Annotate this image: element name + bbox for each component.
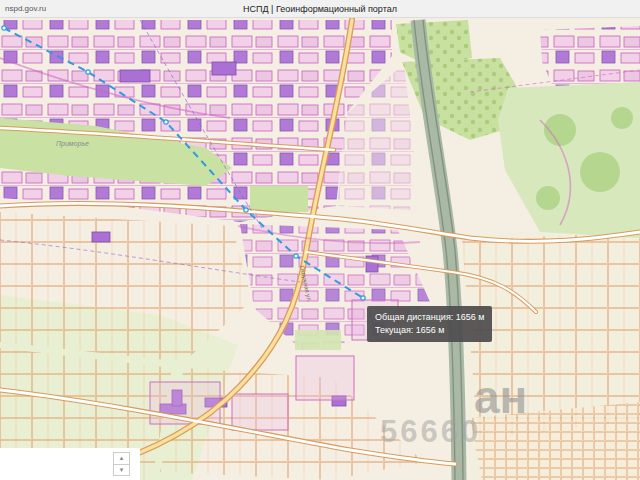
chevron-up-icon: ▴	[120, 454, 124, 462]
app-title: НСПД | Геоинформационный портал	[243, 4, 397, 14]
bottom-panel: ▴ ▾	[0, 448, 140, 480]
map-container: Приморье Окружная ул.	[0, 18, 640, 480]
map-label-district: Приморье	[56, 140, 89, 148]
tooltip-total-distance: Общая дистанция: 1656 м	[375, 311, 484, 324]
chevron-down-icon: ▾	[120, 466, 124, 474]
site-url-label: nspd.gov.ru	[0, 4, 46, 13]
map-canvas[interactable]: Приморье Окружная ул.	[0, 18, 640, 480]
stepper-up-button[interactable]: ▴	[113, 452, 130, 464]
measurement-tooltip: Общая дистанция: 1656 м Текущая: 1656 м	[367, 306, 492, 342]
stepper-down-button[interactable]: ▾	[113, 464, 130, 476]
value-stepper: ▴ ▾	[113, 452, 130, 476]
top-bar: nspd.gov.ru НСПД | Геоинформационный пор…	[0, 0, 640, 18]
tooltip-current-distance: Текущая: 1656 м	[375, 324, 484, 337]
